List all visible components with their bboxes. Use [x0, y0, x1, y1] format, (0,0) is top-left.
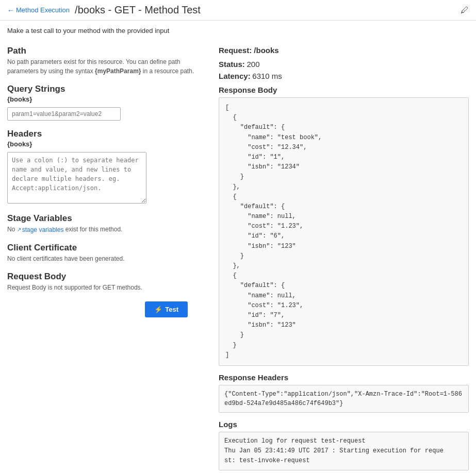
query-strings-input[interactable] [7, 107, 121, 121]
test-button-row: ⚡ Test [7, 301, 208, 317]
log-line-2: Thu Jan 05 23:41:49 UTC 2017 : Starting … [224, 446, 463, 456]
back-arrow-icon: ← [7, 6, 14, 14]
log-line-3: st: test-invoke-request [224, 456, 463, 466]
intro-description: Make a test call to your method with the… [7, 27, 169, 35]
response-body-section: Response Body [ { "default": { "name": "… [219, 86, 469, 366]
headers-tag: {books} [7, 140, 208, 148]
path-description: No path parameters exist for this resour… [7, 57, 208, 76]
request-info: Request: /books [219, 46, 469, 55]
headers-textarea[interactable] [7, 152, 146, 204]
right-panel: Request: /books Status: 200 Latency: 631… [219, 38, 469, 470]
logs-label: Logs [219, 420, 469, 429]
request-body-heading: Request Body [7, 272, 208, 282]
header-bar: ← Method Execution /books - GET - Method… [0, 0, 476, 21]
stage-variables-text: No ↗stage variables exist for this metho… [7, 225, 208, 234]
test-button-label: Test [165, 306, 178, 313]
page-title: /books - GET - Method Test [75, 4, 201, 16]
log-line-1: Execution log for request test-request [224, 436, 463, 446]
path-heading: Path [7, 46, 208, 56]
query-strings-section: Query Strings {books} [7, 84, 208, 121]
response-body-code: [ { "default": { "name": "test book", "c… [219, 97, 469, 366]
left-panel: Path No path parameters exist for this r… [7, 38, 208, 470]
request-body-text: Request Body is not supported for GET me… [7, 283, 208, 292]
test-button-icon: ⚡ [154, 306, 162, 313]
response-headers-section: Response Headers {"Content-Type":"applic… [219, 373, 469, 413]
headers-section: Headers {books} [7, 129, 208, 205]
copy-icon[interactable]: 🖊 [461, 6, 469, 15]
headers-heading: Headers [7, 129, 208, 139]
test-button[interactable]: ⚡ Test [145, 301, 188, 317]
query-strings-heading: Query Strings [7, 84, 208, 94]
response-headers-value: {"Content-Type":"application/json","X-Am… [219, 385, 469, 413]
back-link[interactable]: ← Method Execution [7, 6, 70, 14]
status-row: Status: 200 [219, 60, 469, 69]
logs-section: Logs Execution log for request test-requ… [219, 420, 469, 471]
stage-variables-section: Stage Variables No ↗stage variables exis… [7, 213, 208, 234]
logs-content: Execution log for request test-request T… [219, 432, 469, 471]
request-combined: Request: /books [219, 46, 469, 55]
path-section: Path No path parameters exist for this r… [7, 46, 208, 76]
query-strings-tag: {books} [7, 95, 208, 103]
external-link-icon: ↗ [17, 226, 21, 233]
main-layout: Path No path parameters exist for this r… [0, 38, 476, 470]
request-body-section: Request Body Request Body is not support… [7, 272, 208, 292]
stage-variables-heading: Stage Variables [7, 213, 208, 224]
latency-row: Latency: 6310 ms [219, 72, 469, 80]
stage-variables-link[interactable]: ↗stage variables [17, 225, 64, 234]
client-certificate-text: No client certificates have been generat… [7, 254, 208, 263]
response-headers-label: Response Headers [219, 373, 469, 382]
intro-text: Make a test call to your method with the… [0, 21, 476, 38]
back-link-label: Method Execution [16, 6, 70, 14]
client-certificate-heading: Client Certificate [7, 243, 208, 253]
response-body-label: Response Body [219, 86, 469, 94]
client-certificate-section: Client Certificate No client certificate… [7, 243, 208, 263]
